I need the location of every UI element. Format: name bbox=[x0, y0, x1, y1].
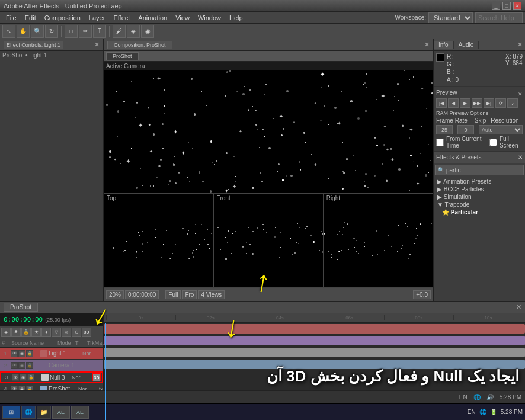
layer-eye-1[interactable]: 👁 bbox=[11, 350, 18, 357]
layer-row[interactable]: 1 👁 ◉ 🔒 Light 1 Nor... bbox=[0, 348, 103, 360]
preview-close[interactable]: ✕ bbox=[518, 91, 523, 97]
taskbar-ie[interactable]: 🌐 bbox=[21, 406, 36, 419]
start-button[interactable]: ⊞ bbox=[2, 406, 20, 419]
menu-effect[interactable]: Effect bbox=[110, 13, 133, 23]
tool-pen[interactable]: ✏ bbox=[79, 25, 92, 38]
tl-lock[interactable]: 🔒 bbox=[21, 328, 31, 337]
info-section: R: G : B : A : 0 X: 879 bbox=[434, 51, 525, 87]
frame-rate-input[interactable] bbox=[436, 125, 453, 134]
layer-lock-1[interactable]: 🔒 bbox=[26, 350, 33, 357]
tl-solo[interactable]: ◈ bbox=[1, 328, 11, 337]
menu-animation[interactable]: Animation bbox=[135, 13, 171, 23]
tl-adjustment[interactable]: ⊙ bbox=[72, 328, 81, 337]
maximize-button[interactable]: □ bbox=[502, 2, 511, 10]
tool-brush[interactable]: 🖌 bbox=[113, 25, 126, 38]
taskbar-ae2[interactable]: AE bbox=[71, 406, 89, 419]
layer-solo-1[interactable]: ◉ bbox=[18, 350, 25, 357]
tool-rotate[interactable]: ↻ bbox=[45, 25, 58, 38]
trapcode[interactable]: ▼ Trapcode bbox=[435, 201, 524, 209]
tool-select[interactable]: ↖ bbox=[2, 25, 15, 38]
layer-lock-2[interactable]: 🔒 bbox=[26, 362, 33, 369]
prev-first[interactable]: |◀ bbox=[436, 98, 447, 108]
tl-collapse[interactable]: ▽ bbox=[52, 328, 61, 337]
tool-eraser[interactable]: ◈ bbox=[127, 25, 140, 38]
tl-shy[interactable]: ★ bbox=[31, 328, 41, 337]
effects-search-input[interactable] bbox=[446, 167, 521, 174]
layer-lock-3[interactable]: 🔒 bbox=[27, 374, 34, 381]
status-time: 5:28 PM bbox=[500, 394, 521, 400]
menu-file[interactable]: File bbox=[2, 13, 20, 23]
menu-view[interactable]: View bbox=[172, 13, 193, 23]
layer-row[interactable]: 2 👁 ◉ 🔒 Camera 1 bbox=[0, 360, 103, 371]
menu-help[interactable]: Help bbox=[226, 13, 247, 23]
tool-text[interactable]: T bbox=[93, 25, 106, 38]
prev-mute[interactable]: ♪ bbox=[507, 98, 518, 108]
search-input[interactable] bbox=[475, 12, 523, 23]
time-display[interactable]: 0:00:00:00 bbox=[125, 290, 159, 299]
zoom-select[interactable]: 20% bbox=[106, 290, 124, 299]
skip-label: Skip bbox=[475, 117, 486, 124]
menu-edit[interactable]: Edit bbox=[21, 13, 40, 23]
panel-close[interactable]: ✕ bbox=[94, 41, 100, 49]
comp-tab[interactable]: Composition: ProShot bbox=[107, 41, 172, 49]
views-select[interactable]: 4 Views bbox=[198, 290, 225, 299]
skip-input[interactable] bbox=[457, 125, 474, 134]
exposure-btn[interactable]: +0.0 bbox=[413, 290, 431, 299]
resolution-label: Resolution bbox=[491, 117, 518, 124]
from-current-check[interactable] bbox=[436, 139, 444, 146]
prev-last[interactable]: ▶| bbox=[484, 98, 494, 108]
tool-zoom[interactable]: 🔍 bbox=[31, 25, 44, 38]
bcc8-particles[interactable]: ▶ BCC8 Particles bbox=[435, 185, 524, 193]
timeline-close[interactable]: ✕ bbox=[516, 303, 521, 311]
resolution-select[interactable]: Auto bbox=[479, 125, 523, 134]
tl-quality[interactable]: ♦ bbox=[41, 328, 51, 337]
timeline-tab[interactable]: ProShot bbox=[4, 303, 38, 312]
proshot-tab[interactable]: ProShot bbox=[106, 52, 139, 60]
layer-eye-3[interactable]: 👁 bbox=[12, 374, 19, 381]
prev-play[interactable]: ▶ bbox=[460, 98, 470, 108]
taskbar-ae[interactable]: AE bbox=[52, 406, 70, 419]
effect-controls-tab[interactable]: Effect Controls: Light 1 bbox=[4, 41, 63, 49]
animation-presets[interactable]: ▶ Animation Presets bbox=[435, 178, 524, 185]
simulation[interactable]: ▶ Simulation bbox=[435, 193, 524, 201]
minimize-button[interactable]: _ bbox=[492, 2, 500, 10]
info-tab[interactable]: Info bbox=[434, 41, 454, 49]
time-display[interactable]: 0:00:00:00 bbox=[4, 316, 43, 323]
comp-panel-close[interactable]: ✕ bbox=[424, 41, 430, 49]
prev-fwd[interactable]: ▶▶ bbox=[472, 98, 482, 108]
particular-item[interactable]: ⭐ Particular bbox=[435, 209, 524, 216]
tl-hide[interactable]: 👁 bbox=[11, 328, 21, 337]
tool-hand[interactable]: ✋ bbox=[17, 25, 30, 38]
menu-window[interactable]: Window bbox=[194, 13, 225, 23]
track-2 bbox=[104, 335, 525, 347]
right-close[interactable]: ✕ bbox=[515, 41, 525, 49]
tool-puppet[interactable]: ◉ bbox=[141, 25, 154, 38]
workspace-select[interactable]: Standard bbox=[428, 12, 473, 23]
3d-icon-layer-3[interactable]: 3D bbox=[92, 373, 101, 381]
layer-mode-1: Nor... bbox=[82, 351, 103, 357]
layer-color-1 bbox=[40, 350, 47, 357]
tool-rect[interactable]: □ bbox=[65, 25, 78, 38]
quality-select[interactable]: Full bbox=[165, 290, 181, 299]
close-button[interactable]: ✕ bbox=[513, 2, 521, 10]
menu-composition[interactable]: Composition bbox=[41, 13, 84, 23]
tl-3d[interactable]: 3D bbox=[82, 328, 91, 337]
layer-solo-3[interactable]: ◉ bbox=[20, 374, 27, 381]
prev-back[interactable]: ◀ bbox=[448, 98, 459, 108]
layer-eye-2[interactable]: 👁 bbox=[11, 362, 18, 369]
ram-preview-row: RAM Preview Options bbox=[436, 110, 523, 116]
menu-layer[interactable]: Layer bbox=[85, 13, 109, 23]
view-select[interactable]: Fro bbox=[182, 290, 197, 299]
full-screen-check[interactable] bbox=[489, 139, 497, 146]
tl-motion-blur[interactable]: ≋ bbox=[62, 328, 71, 337]
track-bar-2 bbox=[104, 336, 525, 345]
effects-close[interactable]: ✕ bbox=[518, 154, 523, 161]
playhead[interactable] bbox=[105, 323, 106, 420]
layer-solo-2[interactable]: ◉ bbox=[18, 362, 25, 369]
layer-mode-3: Nor... bbox=[72, 374, 92, 380]
prev-loop[interactable]: ⟳ bbox=[495, 98, 506, 108]
layer-row[interactable]: 3 👁 ◉ 🔒 Null 3 Nor... 3D bbox=[0, 371, 103, 383]
preview-label: Preview bbox=[436, 89, 457, 96]
audio-tab[interactable]: Audio bbox=[454, 41, 479, 49]
taskbar-folder[interactable]: 📁 bbox=[37, 406, 51, 419]
